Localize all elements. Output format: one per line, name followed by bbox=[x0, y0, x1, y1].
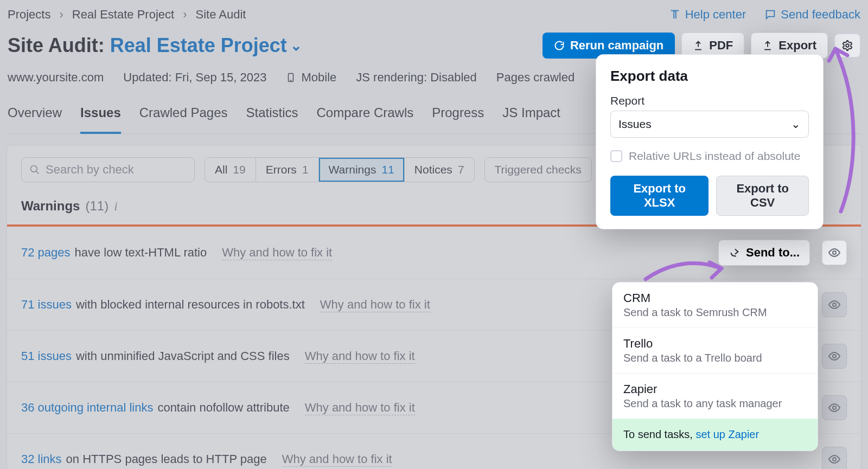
send-feedback-label: Send feedback bbox=[781, 8, 860, 22]
filter-warnings-count: 11 bbox=[381, 163, 394, 176]
filter-warnings[interactable]: Warnings 11 bbox=[319, 158, 405, 182]
help-center-label: Help center bbox=[685, 8, 746, 22]
tab-compare-crawls[interactable]: Compare Crawls bbox=[317, 105, 414, 127]
filter-all[interactable]: All 19 bbox=[205, 158, 256, 182]
option-title: CRM bbox=[623, 291, 807, 305]
section-label: Warnings bbox=[21, 198, 80, 214]
filter-errors[interactable]: Errors 1 bbox=[256, 158, 319, 182]
filter-errors-label: Errors bbox=[266, 163, 297, 176]
project-selector[interactable]: Real Estate Project ⌄ bbox=[110, 34, 302, 57]
send-to-option-crm[interactable]: CRM Send a task to Semrush CRM bbox=[612, 282, 818, 328]
filter-errors-count: 1 bbox=[302, 163, 309, 176]
filter-all-count: 19 bbox=[233, 163, 245, 176]
footer-text: To send tasks, bbox=[623, 428, 695, 440]
issue-description: on HTTPS pages leads to HTTP page bbox=[66, 452, 267, 466]
send-to-popup: CRM Send a task to Semrush CRM Trello Se… bbox=[612, 282, 818, 451]
issue-description: with blocked internal resources in robot… bbox=[76, 298, 305, 312]
chevron-down-icon: ⌄ bbox=[290, 37, 302, 54]
filter-all-label: All bbox=[215, 163, 227, 176]
why-fix-link[interactable]: Why and how to fix it bbox=[305, 401, 415, 415]
send-to-label: Send to... bbox=[746, 246, 800, 260]
feedback-icon bbox=[764, 9, 776, 21]
export-csv-button[interactable]: Export to CSV bbox=[716, 176, 809, 216]
tab-crawled-pages[interactable]: Crawled Pages bbox=[139, 105, 228, 127]
triggered-checks-filter[interactable]: Triggered checks bbox=[484, 157, 592, 182]
issue-count-link[interactable]: 32 links bbox=[21, 452, 62, 466]
chevron-right-icon: › bbox=[56, 8, 66, 22]
settings-button[interactable] bbox=[834, 34, 860, 57]
tab-overview[interactable]: Overview bbox=[8, 105, 62, 127]
device: Mobile bbox=[286, 70, 336, 85]
why-fix-link[interactable]: Why and how to fix it bbox=[320, 298, 430, 312]
device-label: Mobile bbox=[301, 70, 336, 85]
send-to-button[interactable]: Send to... bbox=[718, 240, 810, 266]
issue-count-link[interactable]: 72 pages bbox=[21, 246, 71, 260]
svg-point-6 bbox=[833, 303, 836, 306]
crumb-projects[interactable]: Projects bbox=[8, 8, 50, 22]
why-fix-link[interactable]: Why and how to fix it bbox=[282, 452, 392, 467]
info-icon[interactable]: i bbox=[114, 199, 118, 214]
issue-count-link[interactable]: 51 issues bbox=[21, 349, 72, 363]
upload-icon bbox=[693, 40, 704, 51]
hide-issue-button[interactable] bbox=[822, 292, 847, 317]
tab-issues[interactable]: Issues bbox=[80, 105, 121, 127]
report-select[interactable]: Issues ⌄ bbox=[610, 111, 809, 138]
crumb-tool[interactable]: Site Audit bbox=[195, 8, 246, 22]
site-url: www.yoursite.com bbox=[8, 70, 104, 85]
hide-issue-button[interactable] bbox=[822, 240, 847, 265]
tab-statistics[interactable]: Statistics bbox=[246, 105, 298, 127]
updated-date: Updated: Fri, Sep 15, 2023 bbox=[123, 70, 266, 85]
refresh-icon bbox=[554, 40, 565, 51]
chevron-down-icon: ⌄ bbox=[791, 118, 801, 131]
section-count: (11) bbox=[85, 198, 108, 214]
option-title: Zapier bbox=[623, 382, 807, 396]
upload-icon bbox=[762, 40, 773, 51]
filter-notices-count: 7 bbox=[458, 163, 464, 176]
svg-point-8 bbox=[833, 406, 836, 409]
send-feedback-link[interactable]: Send feedback bbox=[764, 8, 860, 22]
issue-description: contain nofollow attribute bbox=[157, 401, 289, 415]
option-desc: Send a task to Semrush CRM bbox=[623, 306, 807, 319]
send-to-option-zapier[interactable]: Zapier Send a task to any task manager bbox=[612, 374, 818, 419]
help-center-link[interactable]: Help center bbox=[669, 8, 746, 22]
why-fix-link[interactable]: Why and how to fix it bbox=[222, 246, 332, 260]
svg-line-4 bbox=[36, 171, 39, 174]
hide-issue-button[interactable] bbox=[822, 395, 847, 420]
tab-js-impact[interactable]: JS Impact bbox=[502, 105, 560, 127]
book-icon bbox=[669, 9, 681, 21]
option-desc: Send a task to any task manager bbox=[623, 397, 807, 410]
search-icon bbox=[29, 164, 40, 175]
issue-count-link[interactable]: 36 outgoing internal links bbox=[21, 401, 153, 415]
svg-point-7 bbox=[833, 355, 836, 358]
share-arrow-icon bbox=[729, 247, 741, 259]
setup-zapier-link[interactable]: set up Zapier bbox=[695, 428, 759, 440]
filter-notices[interactable]: Notices 7 bbox=[405, 158, 474, 182]
chevron-right-icon: › bbox=[180, 8, 190, 22]
export-popup-title: Export data bbox=[610, 68, 809, 85]
svg-point-0 bbox=[846, 44, 849, 47]
send-to-option-trello[interactable]: Trello Send a task to a Trello board bbox=[612, 328, 818, 374]
mobile-icon bbox=[286, 72, 296, 83]
crumb-project[interactable]: Real Estate Project bbox=[72, 8, 174, 22]
svg-point-5 bbox=[833, 251, 836, 254]
gear-icon bbox=[841, 40, 853, 52]
issue-type-filter: All 19 Errors 1 Warnings 11 Notices 7 bbox=[205, 157, 475, 182]
filter-warnings-label: Warnings bbox=[329, 163, 376, 176]
relative-urls-checkbox[interactable] bbox=[610, 150, 622, 162]
page-title: Site Audit: bbox=[8, 34, 105, 57]
issue-count-link[interactable]: 71 issues bbox=[21, 298, 72, 312]
pages-crawled: Pages crawled bbox=[496, 70, 575, 85]
search-input[interactable]: Search by check bbox=[21, 157, 195, 182]
export-xlsx-button[interactable]: Export to XLSX bbox=[610, 176, 709, 216]
hide-issue-button[interactable] bbox=[822, 447, 847, 469]
project-name: Real Estate Project bbox=[110, 34, 287, 57]
why-fix-link[interactable]: Why and how to fix it bbox=[305, 349, 415, 364]
issue-row: 72 pages have low text-HTML ratio Why an… bbox=[7, 227, 861, 279]
hide-issue-button[interactable] bbox=[822, 344, 847, 369]
js-rendering: JS rendering: Disabled bbox=[356, 70, 477, 85]
filter-notices-label: Notices bbox=[414, 163, 452, 176]
tab-progress[interactable]: Progress bbox=[432, 105, 484, 127]
option-desc: Send a task to a Trello board bbox=[623, 352, 807, 364]
search-placeholder: Search by check bbox=[46, 163, 134, 177]
report-select-value: Issues bbox=[618, 118, 652, 131]
